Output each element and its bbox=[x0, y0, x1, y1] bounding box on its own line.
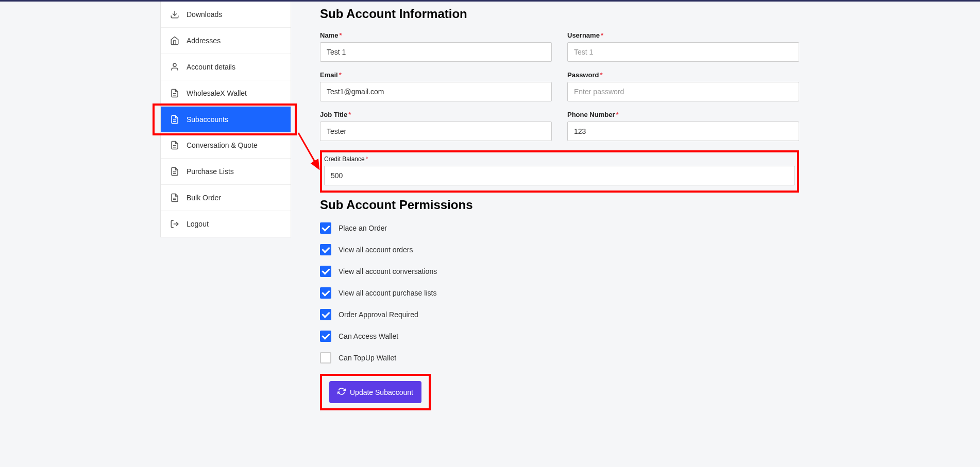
sidebar-item-account-details[interactable]: Account details bbox=[161, 54, 291, 80]
svg-point-1 bbox=[173, 63, 176, 66]
permission-checkbox[interactable] bbox=[320, 331, 331, 342]
main-content: Sub Account Information Name* Username* … bbox=[291, 2, 820, 431]
permission-row: Can TopUp Wallet bbox=[320, 352, 799, 364]
permission-checkbox[interactable] bbox=[320, 352, 331, 364]
sidebar-item-label: Downloads bbox=[187, 10, 222, 19]
section-title-info: Sub Account Information bbox=[320, 7, 799, 21]
sidebar-item-label: WholesaleX Wallet bbox=[187, 89, 247, 97]
button-label: Update Subaccount bbox=[350, 388, 413, 396]
permission-row: Can Access Wallet bbox=[320, 331, 799, 342]
job-title-field[interactable] bbox=[320, 122, 552, 141]
permission-row: View all account purchase lists bbox=[320, 287, 799, 299]
sidebar-item-label: Conversation & Quote bbox=[187, 141, 258, 149]
download-icon bbox=[170, 10, 179, 19]
update-subaccount-button[interactable]: Update Subaccount bbox=[329, 381, 421, 403]
sidebar-item-subaccounts[interactable]: Subaccounts bbox=[161, 107, 291, 132]
document-icon bbox=[170, 115, 179, 124]
document-icon bbox=[170, 193, 179, 202]
permission-checkbox[interactable] bbox=[320, 287, 331, 299]
permission-checkbox[interactable] bbox=[320, 244, 331, 255]
permission-label: Place an Order bbox=[339, 224, 387, 232]
sidebar-item-addresses[interactable]: Addresses bbox=[161, 28, 291, 54]
sidebar-item-label: Addresses bbox=[187, 37, 221, 45]
email-field[interactable] bbox=[320, 82, 552, 101]
label-email: Email* bbox=[320, 71, 552, 79]
sidebar: Downloads Addresses Account details Whol… bbox=[160, 2, 291, 237]
user-icon bbox=[170, 62, 179, 72]
permission-checkbox[interactable] bbox=[320, 266, 331, 277]
permission-label: View all account conversations bbox=[339, 267, 437, 275]
sidebar-item-downloads[interactable]: Downloads bbox=[161, 2, 291, 28]
label-password: Password* bbox=[567, 71, 799, 79]
document-icon bbox=[170, 167, 179, 176]
sidebar-item-purchase-lists[interactable]: Purchase Lists bbox=[161, 159, 291, 185]
permission-row: Order Approval Required bbox=[320, 309, 799, 320]
credit-balance-field[interactable] bbox=[324, 166, 795, 185]
label-phone: Phone Number* bbox=[567, 111, 799, 118]
sidebar-item-label: Account details bbox=[187, 63, 235, 71]
permission-checkbox[interactable] bbox=[320, 222, 331, 234]
label-credit: Credit Balance* bbox=[324, 155, 795, 163]
annotation-box-credit: Credit Balance* bbox=[320, 150, 799, 193]
annotation-box-button: Update Subaccount bbox=[320, 374, 431, 410]
permission-label: Can TopUp Wallet bbox=[339, 354, 396, 362]
document-icon bbox=[170, 141, 179, 150]
sidebar-item-label: Subaccounts bbox=[187, 115, 228, 124]
sidebar-item-label: Logout bbox=[187, 220, 209, 228]
label-job-title: Job Title* bbox=[320, 111, 552, 118]
permission-row: View all account orders bbox=[320, 244, 799, 255]
permission-row: Place an Order bbox=[320, 222, 799, 234]
permission-label: View all account purchase lists bbox=[339, 289, 436, 297]
refresh-icon bbox=[337, 387, 346, 397]
permission-label: View all account orders bbox=[339, 246, 413, 254]
sidebar-item-label: Purchase Lists bbox=[187, 167, 234, 176]
permission-label: Order Approval Required bbox=[339, 310, 418, 319]
phone-field[interactable] bbox=[567, 122, 799, 141]
sidebar-item-wallet[interactable]: WholesaleX Wallet bbox=[161, 80, 291, 107]
password-field[interactable] bbox=[567, 82, 799, 101]
home-icon bbox=[170, 36, 179, 45]
sidebar-item-conversation[interactable]: Conversation & Quote bbox=[161, 132, 291, 159]
sidebar-item-label: Bulk Order bbox=[187, 194, 221, 202]
permission-row: View all account conversations bbox=[320, 266, 799, 277]
document-icon bbox=[170, 89, 179, 98]
sidebar-item-bulk-order[interactable]: Bulk Order bbox=[161, 185, 291, 211]
label-name: Name* bbox=[320, 31, 552, 39]
permission-checkbox[interactable] bbox=[320, 309, 331, 320]
username-field[interactable] bbox=[567, 42, 799, 62]
section-title-permissions: Sub Account Permissions bbox=[320, 198, 799, 212]
name-field[interactable] bbox=[320, 42, 552, 62]
logout-icon bbox=[170, 219, 179, 229]
permission-label: Can Access Wallet bbox=[339, 332, 398, 340]
sidebar-item-logout[interactable]: Logout bbox=[161, 211, 291, 237]
label-username: Username* bbox=[567, 31, 799, 39]
